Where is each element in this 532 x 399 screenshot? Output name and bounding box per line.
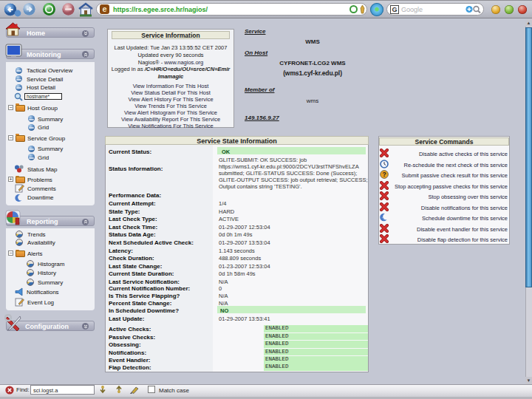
svg-text:?: ?: [382, 171, 386, 178]
